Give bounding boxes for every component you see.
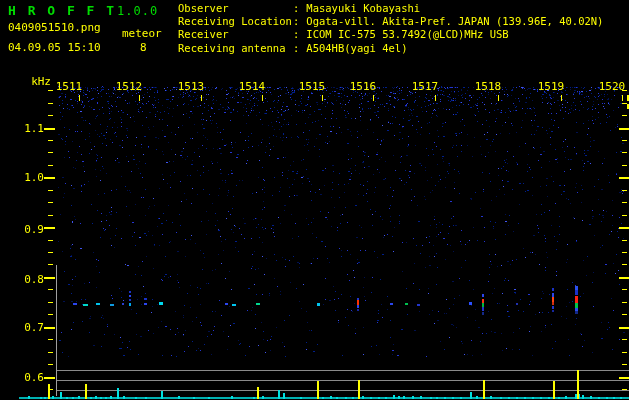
info-colon: : [293,2,299,14]
y-tick-label: 0.8 [12,273,44,286]
x-tick-label: 1515 [299,80,326,93]
y-tick-label: 0.7 [12,321,44,334]
spectrogram-canvas [0,0,629,400]
x-tick-label: 1520 [599,80,626,93]
info-row: Receiver:ICOM IC-575 53.7492(@LCD)MHz US… [178,28,603,41]
app-version: 1.0.0 [117,4,158,18]
file-name: 0409051510.png [8,21,101,34]
y-axis-unit-label: kHz [19,75,51,88]
observation-mode: meteor [122,27,162,40]
info-value: A504HB(yagi 4el) [306,42,407,54]
info-label: Receiving Location [178,15,293,28]
info-value: Ogata-vill. Akita-Pref. JAPAN (139.96E, … [306,15,603,27]
echo-count: 8 [140,41,147,54]
info-row: Observer:Masayuki Kobayashi [178,2,603,15]
observation-datetime: 04.09.05 15:10 [8,41,101,54]
info-value: Masayuki Kobayashi [306,2,420,14]
x-tick-label: 1518 [475,80,502,93]
y-tick-label: 1.0 [12,171,44,184]
y-tick-label: 0.9 [12,223,44,236]
x-tick-label: 1516 [350,80,377,93]
x-tick-label: 1517 [412,80,439,93]
y-tick-label: 1.1 [12,122,44,135]
app-title: H R O F F T [8,3,116,18]
x-tick-label: 1511 [56,80,83,93]
info-value: ICOM IC-575 53.7492(@LCD)MHz USB [306,28,508,40]
info-row: Receiving antenna:A504HB(yagi 4el) [178,42,603,55]
hrofft-screen: H R O F F T 1.0.0 0409051510.png meteor … [0,0,629,400]
station-info: Observer:Masayuki KobayashiReceiving Loc… [178,2,603,55]
x-tick-label: 1513 [178,80,205,93]
info-colon: : [293,42,299,54]
info-label: Receiver [178,28,293,41]
info-label: Receiving antenna [178,42,293,55]
info-colon: : [293,28,299,40]
info-colon: : [293,15,299,27]
x-tick-label: 1519 [538,80,565,93]
y-tick-label: 0.6 [12,371,44,384]
info-label: Observer [178,2,293,15]
x-tick-label: 1512 [116,80,143,93]
info-row: Receiving Location:Ogata-vill. Akita-Pre… [178,15,603,28]
x-tick-label: 1514 [239,80,266,93]
